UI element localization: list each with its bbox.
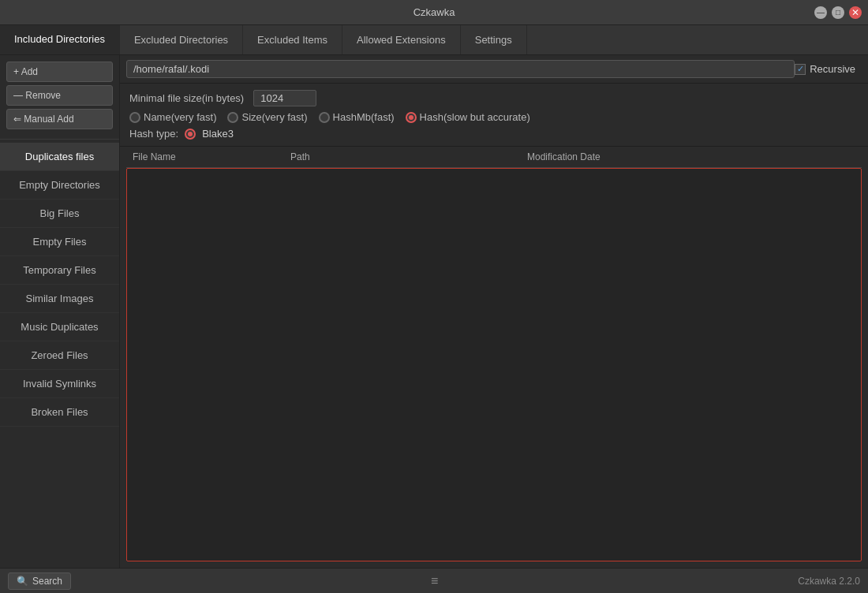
close-button[interactable]: ✕: [849, 6, 862, 19]
col-modification-date: Modification Date: [521, 150, 862, 164]
manual-add-button[interactable]: ⇐ Manual Add: [6, 109, 113, 129]
file-size-row: Minimal file size(in bytes): [129, 90, 859, 106]
search-label: Search: [32, 576, 62, 587]
tab-excluded-directories[interactable]: Excluded Directories: [120, 25, 243, 54]
blake3-label: Blake3: [202, 128, 234, 140]
radio-size-label: Size(very fast): [241, 111, 307, 123]
min-file-size-input[interactable]: [253, 90, 316, 106]
blake3-radio[interactable]: [185, 129, 196, 140]
recursive-checkbox[interactable]: [795, 64, 806, 75]
search-button[interactable]: 🔍 Search: [8, 572, 71, 590]
radio-name-label: Name(very fast): [144, 111, 216, 123]
min-file-size-label: Minimal file size(in bytes): [129, 92, 244, 104]
table-header: File Name Path Modification Date: [126, 147, 862, 168]
sidebar-item-similar-images[interactable]: Similar Images: [0, 285, 119, 313]
sidebar-item-invalid-symlinks[interactable]: Invalid Symlinks: [0, 370, 119, 398]
search-icon: 🔍: [17, 576, 28, 587]
tab-allowed-extensions[interactable]: Allowed Extensions: [342, 25, 461, 54]
maximize-button[interactable]: □: [832, 6, 844, 19]
version-label: Czkawka 2.2.0: [798, 576, 860, 587]
minimize-button[interactable]: —: [814, 6, 827, 19]
recursive-option: Recursive: [795, 63, 862, 75]
radio-hashmb-circle: [319, 112, 330, 123]
status-bar: 🔍 Search ≡ Czkawka 2.2.0: [0, 568, 868, 593]
radio-hashmb[interactable]: HashMb(fast): [319, 111, 395, 123]
sidebar-item-zeroed-files[interactable]: Zeroed Files: [0, 341, 119, 370]
hash-method-row: Name(very fast) Size(very fast) HashMb(f…: [129, 111, 859, 123]
tab-excluded-items[interactable]: Excluded Items: [243, 25, 342, 54]
hash-type-row: Hash type: Blake3: [129, 128, 859, 140]
titlebar: Czkawka — □ ✕: [0, 0, 868, 25]
results-table-body: [126, 168, 862, 561]
add-button[interactable]: + Add: [6, 62, 113, 82]
tool-list: Duplicates files Empty Directories Big F…: [0, 143, 119, 568]
window-controls: — □ ✕: [814, 6, 862, 19]
tab-bar: Included Directories Excluded Directorie…: [0, 25, 868, 55]
sidebar-item-big-files[interactable]: Big Files: [0, 200, 119, 228]
radio-hash[interactable]: Hash(slow but accurate): [406, 111, 530, 123]
tab-included-directories[interactable]: Included Directories: [0, 25, 120, 54]
sidebar-item-broken-files[interactable]: Broken Files: [0, 398, 119, 427]
sidebar-item-temporary-files[interactable]: Temporary Files: [0, 256, 119, 285]
radio-size-circle: [227, 112, 238, 123]
sidebar-action-buttons: + Add — Remove ⇐ Manual Add: [0, 55, 119, 136]
radio-size[interactable]: Size(very fast): [227, 111, 307, 123]
sidebar-item-music-duplicates[interactable]: Music Duplicates: [0, 313, 119, 341]
sidebar-item-empty-directories[interactable]: Empty Directories: [0, 171, 119, 200]
radio-name-circle: [129, 112, 140, 123]
radio-name[interactable]: Name(very fast): [129, 111, 216, 123]
options-section: Minimal file size(in bytes) Name(very fa…: [120, 84, 868, 147]
main-layout: + Add — Remove ⇐ Manual Add Duplicates f…: [0, 55, 868, 568]
radio-hash-circle: [406, 112, 417, 123]
hash-method-group: Name(very fast) Size(very fast) HashMb(f…: [129, 111, 530, 123]
radio-hash-label: Hash(slow but accurate): [420, 111, 530, 123]
col-path: Path: [284, 150, 521, 164]
sidebar-item-empty-files[interactable]: Empty Files: [0, 228, 119, 256]
remove-button[interactable]: — Remove: [6, 85, 113, 106]
sidebar-divider: [0, 139, 119, 140]
sidebar: + Add — Remove ⇐ Manual Add Duplicates f…: [0, 55, 120, 568]
sidebar-item-duplicates[interactable]: Duplicates files: [0, 143, 119, 171]
directory-path-input[interactable]: [126, 60, 795, 78]
app-title: Czkawka: [413, 6, 455, 18]
radio-hashmb-label: HashMb(fast): [333, 111, 395, 123]
results-table-container: File Name Path Modification Date: [120, 147, 868, 568]
hash-type-label: Hash type:: [129, 128, 178, 140]
recursive-label: Recursive: [810, 63, 855, 75]
col-file-name: File Name: [126, 150, 284, 164]
content-area: Recursive Minimal file size(in bytes) Na…: [120, 55, 868, 568]
menu-icon[interactable]: ≡: [426, 572, 443, 590]
path-bar: Recursive: [120, 55, 868, 84]
tab-settings[interactable]: Settings: [461, 25, 527, 54]
